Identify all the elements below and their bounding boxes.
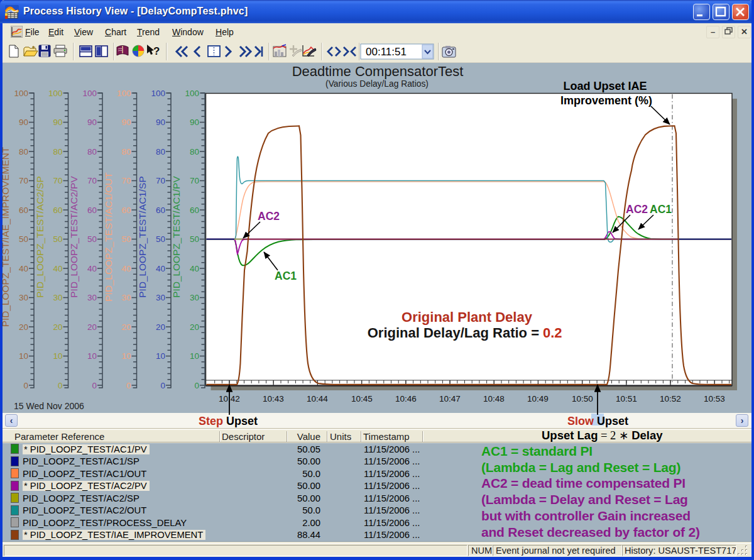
svg-text:?: ?: [153, 45, 160, 57]
svg-text:00:11:51: 00:11:51: [366, 46, 407, 58]
